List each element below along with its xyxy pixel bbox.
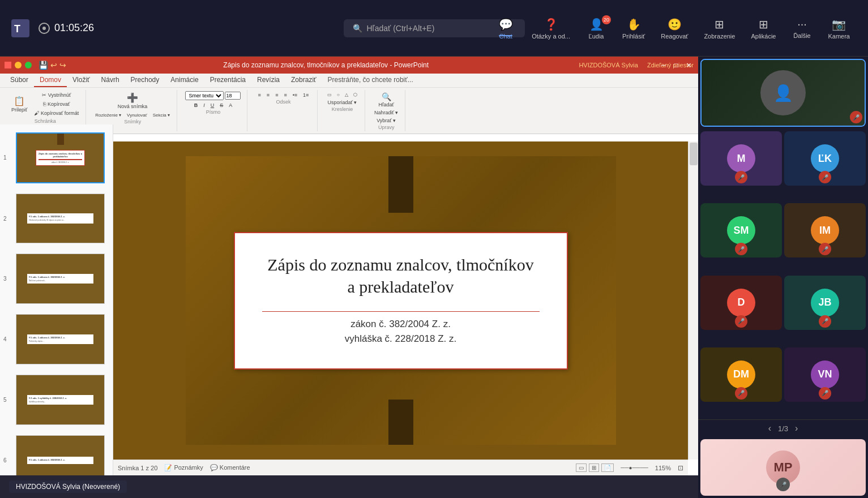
participant-tile-MP[interactable]: MP 🎤 <box>700 439 866 496</box>
tab-presentation[interactable]: Prezentácia <box>204 74 251 87</box>
replace-btn[interactable]: Nahradiť ▾ <box>372 109 400 117</box>
participants-panel: 👤 🎤 M 🎤 ĽK 🎤 SM 🎤 IM 🎤 D 🎤 <box>698 57 868 498</box>
shape-btn-2[interactable]: ○ <box>335 91 342 98</box>
participant-tile-M[interactable]: M 🎤 <box>700 131 782 186</box>
slide-canvas[interactable]: Zápis do zoznamu znalcov, tlmočníkov a p… <box>186 156 616 445</box>
slide-thumb-2[interactable]: § 5 ods. 1 zákona č. 382/2004 Z. z. Všeo… <box>16 194 105 244</box>
strikethrough-btn[interactable]: S <box>217 101 225 109</box>
slide-show-btn[interactable]: ⊞ <box>589 463 599 472</box>
participant-tile-VN[interactable]: VN 🎤 <box>784 347 866 402</box>
tab-insert[interactable]: Vložiť <box>67 74 96 87</box>
window-maximize-btn[interactable] <box>25 62 32 68</box>
slide-thumb-3[interactable]: § 5 ods. 1 zákona č. 382/2004 Z. z. Ďalš… <box>16 254 105 304</box>
find-btn[interactable]: 🔍Hľadať <box>376 91 396 109</box>
text-shadow-btn[interactable]: A <box>226 101 234 109</box>
underline-btn[interactable]: U <box>208 101 217 109</box>
section-btn[interactable]: Sekcia ▾ <box>151 111 172 119</box>
tab-transitions[interactable]: Prechody <box>125 74 165 87</box>
align-left-btn[interactable]: ≡ <box>256 91 263 99</box>
numbering-btn[interactable]: 1≡ <box>301 91 311 99</box>
shape-btn-3[interactable]: △ <box>343 91 350 98</box>
slides-label: Snímky <box>124 119 141 124</box>
tab-design[interactable]: Návrh <box>96 74 125 87</box>
window-minimize-btn[interactable] <box>15 62 22 68</box>
mute-btn-M[interactable]: 🎤 <box>735 171 747 183</box>
comments-btn[interactable]: 💬 Komentáre <box>210 464 250 471</box>
mute-btn-IM[interactable]: 🎤 <box>819 243 831 255</box>
slide-panel: 1 Zápis do zoznamu znalcov, tlmočníkov a… <box>0 124 113 475</box>
presenter-mute-btn[interactable]: 🎤 <box>850 111 862 123</box>
nav-camera[interactable]: 📷 Kamera <box>821 13 857 44</box>
shape-btn-1[interactable]: ▭ <box>325 91 334 98</box>
slide-thumb-1[interactable]: Zápis do zoznamu znalcov, tlmočníkov a p… <box>16 132 105 183</box>
slide-thumb-6[interactable]: § 5 ods. 1 zákona č. 382/2004 Z. z. <box>16 435 105 475</box>
nav-apps[interactable]: ⊞ Aplikácie <box>744 13 783 44</box>
slide-text-box[interactable]: Zápis do zoznamu znalcov, tlmočníkov a p… <box>234 232 568 370</box>
format-copy-btn[interactable]: 🖌 Kopírovať formát <box>32 109 81 117</box>
nav-chat[interactable]: 💬 Chat <box>489 13 523 44</box>
nav-react[interactable]: 🙂 Reagovať <box>654 13 695 44</box>
next-page-btn[interactable]: › <box>795 423 798 433</box>
participant-tile-JB[interactable]: JB 🎤 <box>784 276 866 330</box>
align-center-btn[interactable]: ≡ <box>264 91 272 99</box>
mute-btn-JB[interactable]: 🎤 <box>819 315 831 328</box>
italic-btn[interactable]: I <box>201 101 207 109</box>
mute-btn-LK[interactable]: 🎤 <box>819 171 831 183</box>
mute-btn-VN[interactable]: 🎤 <box>819 387 831 400</box>
select-btn[interactable]: Vybrať ▾ <box>374 117 398 124</box>
zoom-slider[interactable]: ──●──── <box>621 465 648 471</box>
cut-btn[interactable]: ✂ Vystrihnúť <box>32 91 81 99</box>
font-select[interactable]: Smer textu <box>185 91 224 100</box>
mute-btn-DM[interactable]: 🎤 <box>735 387 747 400</box>
reset-btn[interactable]: Vynulovať <box>125 111 149 119</box>
participant-tile-IM[interactable]: IM 🎤 <box>784 203 866 257</box>
shape-btn-4[interactable]: ⬡ <box>351 91 360 98</box>
mute-btn-SM[interactable]: 🎤 <box>735 243 747 255</box>
tab-search[interactable]: Prestráňte, čo chcete robiť... <box>322 74 419 87</box>
scrollbar-thumb[interactable] <box>690 143 698 165</box>
tab-file[interactable]: Súbor <box>5 74 34 87</box>
participant-tile-SM[interactable]: SM 🎤 <box>700 203 782 257</box>
tab-view[interactable]: Zobraziť <box>285 74 322 87</box>
font-size-input[interactable] <box>225 92 241 100</box>
prev-page-btn[interactable]: ‹ <box>768 423 771 433</box>
search-icon: 🔍 <box>353 24 362 33</box>
copy-btn[interactable]: ⎘ Kopírovať <box>32 100 81 108</box>
win-minimize-icon[interactable]: ─ <box>659 60 669 70</box>
reading-view-btn[interactable]: 📄 <box>601 463 614 472</box>
new-slide-btn[interactable]: ➕Nová snímka <box>116 91 150 110</box>
window-close-btn[interactable] <box>5 62 11 68</box>
normal-view-btn[interactable]: ▭ <box>576 463 587 472</box>
participant-tile-D[interactable]: D 🎤 <box>700 276 782 330</box>
nav-view[interactable]: ⊞ Zobrazenie <box>697 13 742 44</box>
paste-btn[interactable]: 📋Prilepiť <box>9 95 29 114</box>
fit-btn[interactable]: ⊡ <box>678 464 683 472</box>
avatar-JB: JB <box>811 289 839 317</box>
nav-reactions[interactable]: ✋ Prihlásiť <box>615 13 652 44</box>
mute-btn-MP[interactable]: 🎤 <box>776 478 790 491</box>
slide-thumb-4[interactable]: § 5 ods. 1 zákona č. 382/2004 Z. z. Podm… <box>16 314 105 364</box>
participant-tile-LK[interactable]: ĽK 🎤 <box>784 131 866 186</box>
font-group: Smer textu B I U S A Písmo <box>179 90 247 131</box>
win-restore-icon[interactable]: □ <box>671 60 681 70</box>
slide-thumb-5[interactable]: § 2 ods. 1 vyhlášky č. 228/2018 Z. z. Vy… <box>16 375 105 425</box>
layout-btn[interactable]: Rozloženie ▾ <box>93 111 123 119</box>
tab-home[interactable]: Domov <box>34 74 67 87</box>
bold-btn[interactable]: B <box>192 101 200 109</box>
nav-more[interactable]: ··· Ďalšie <box>785 13 819 44</box>
bullets-btn[interactable]: •≡ <box>290 91 300 99</box>
mute-btn-D[interactable]: 🎤 <box>735 315 747 328</box>
nav-people[interactable]: 👤 Ľudia 20 <box>579 13 613 44</box>
tab-review[interactable]: Revízia <box>251 74 285 87</box>
justify-btn[interactable]: ≡ <box>281 91 289 99</box>
nav-questions[interactable]: ❓ Otázky a od... <box>525 13 577 44</box>
ppt-scrollbar[interactable] <box>688 141 698 460</box>
tab-animations[interactable]: Animácie <box>165 74 204 87</box>
notes-btn[interactable]: 📝 Poznámky <box>164 464 203 471</box>
align-right-btn[interactable]: ≡ <box>273 91 280 99</box>
page-indicator: 1/3 <box>778 424 788 433</box>
participant-tile-DM[interactable]: DM 🎤 <box>700 347 782 402</box>
arrange-btn[interactable]: Usporiadať ▾ <box>326 98 360 106</box>
win-close-icon[interactable]: ✕ <box>683 60 694 70</box>
drawing-label: Kreslenie <box>332 106 353 112</box>
